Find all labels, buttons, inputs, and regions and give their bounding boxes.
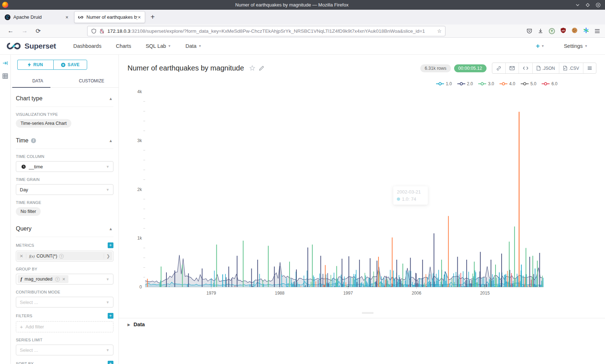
svg-text:1979: 1979 [206,291,216,296]
chevron-up-icon: ▲ [109,227,113,231]
tab-apache-druid[interactable]: Apache Druid × [1,11,72,23]
groupby-chip-mag-rounded[interactable]: f mag_rounded ? ✕ [18,275,68,283]
svg-text:4k: 4k [137,89,142,94]
section-time[interactable]: Time i ▲ [16,130,113,149]
legend-item-1.0[interactable]: 1.0 [436,81,452,86]
series-limit-select[interactable]: Select ... ▼ [16,345,113,355]
viz-type-pill[interactable]: Time-series Area Chart [16,119,71,128]
tab-customize[interactable]: CUSTOMIZE [65,75,119,87]
favorite-star-icon[interactable] [249,65,255,71]
expand-metric-icon[interactable]: ❯ [104,254,112,259]
link-icon [496,66,501,71]
add-sort-by-button[interactable]: + [108,361,113,364]
legend-marker-icon [457,82,465,86]
series-dot-icon [397,197,400,201]
legend-item-4.0[interactable]: 4.0 [499,81,515,86]
chevron-down-icon: ▼ [541,44,544,48]
colorful-extension-icon[interactable] [583,27,589,35]
lock-broken-icon[interactable] [99,28,104,34]
export-toolbar: .JSON .CSV [492,63,596,74]
legend-item-3.0[interactable]: 3.0 [478,81,494,86]
nav-item-charts[interactable]: Charts [116,43,131,49]
time-grain-select[interactable]: Day ▼ [16,184,113,195]
clock-icon [21,164,26,169]
section-query[interactable]: Query ▲ [16,218,113,237]
groupby-select[interactable]: f mag_rounded ? ✕ ▼ [16,274,113,285]
function-icon: f [21,276,22,282]
left-icon-rail [0,55,11,364]
contribution-mode-select[interactable]: Select ... ▼ [16,297,113,308]
help-icon: ? [59,254,64,259]
reload-button[interactable]: ⟳ [32,27,45,35]
filters-label: FILTERS + [16,313,113,319]
section-chart-type[interactable]: Chart type ▲ [16,88,113,107]
chart-legend: 1.02.03.04.05.06.0 [436,81,557,86]
tab-data[interactable]: DATA [11,75,65,87]
downloads-icon[interactable] [538,28,543,34]
pocket-icon[interactable] [526,28,532,34]
embed-code-button[interactable] [519,63,532,73]
tab-earthquakes-active[interactable]: Numer of earthquakes by m × [74,11,145,23]
forward-button[interactable]: → [18,27,32,35]
add-metric-button[interactable]: + [108,242,113,248]
time-range-pill[interactable]: No filter [16,207,41,216]
back-button[interactable]: ← [4,27,18,35]
add-filter-dropzone[interactable]: + Add filter [16,321,113,332]
window-maximize-icon[interactable] [586,3,590,7]
url-bar[interactable]: 172.18.0.3 :32108/superset/explore/?form… [87,26,445,36]
ublock-icon[interactable]: uO [560,27,566,35]
new-item-button[interactable]: +▼ [536,42,544,50]
superset-favicon-icon [78,14,84,20]
menu-icon[interactable] [595,29,600,33]
new-tab-button[interactable]: + [147,13,158,21]
window-close-icon[interactable] [596,3,601,8]
legend-marker-icon [478,82,486,86]
timeseries-area-chart[interactable]: 01k2k3k4k19791988199720062015 [122,89,565,299]
time-column-select[interactable]: __time ▼ [16,161,113,172]
privacy-extension-icon[interactable]: Y [549,28,555,34]
fx-icon: f(x) [29,254,35,258]
data-panel-toggle[interactable]: ▶ Data [127,322,596,327]
plus-circle-icon [61,63,66,67]
export-csv-button[interactable]: .CSV [559,63,583,73]
window-titlebar: Numer of earthquakes by magnitude — Mozi… [0,0,605,10]
legend-item-6.0[interactable]: 6.0 [542,81,557,86]
chevron-down-icon: ▼ [168,44,171,48]
copy-link-button[interactable] [492,63,505,73]
nav-item-dashboards[interactable]: Dashboards [73,43,101,49]
tab-close-icon[interactable]: × [65,14,69,20]
tab-close-icon[interactable]: × [137,14,142,20]
svg-text:1988: 1988 [275,291,284,296]
run-button[interactable]: RUN [17,60,53,70]
legend-item-2.0[interactable]: 2.0 [457,81,473,86]
metric-chip-count[interactable]: ✕ f(x) COUNT(*) ? ❯ [17,252,112,260]
expand-dataset-panel-icon[interactable] [3,60,8,67]
nav-item-data[interactable]: Data▼ [185,43,202,49]
svg-text:0: 0 [139,285,142,290]
series-limit-label: SERIES LIMIT [16,338,113,342]
email-button[interactable] [505,63,519,73]
settings-menu[interactable]: Settings▼ [564,43,588,49]
shield-icon[interactable] [91,28,97,34]
nav-item-sql-lab[interactable]: SQL Lab▼ [145,43,171,49]
panel-resize-handle[interactable] [362,311,373,314]
legend-item-5.0[interactable]: 5.0 [521,81,537,86]
superset-logo[interactable]: Superset [6,42,56,50]
add-filter-plus-button[interactable]: + [108,313,113,319]
svg-text:2006: 2006 [412,291,421,296]
chevron-down-icon: ▼ [198,44,202,48]
chart-menu-button[interactable] [583,63,596,73]
window-minimize-icon[interactable] [575,3,580,7]
superset-navbar: Superset Dashboards Charts SQL Lab▼ Data… [0,38,605,55]
remove-chip-icon[interactable]: ✕ [62,277,66,282]
svg-text:2015: 2015 [480,291,490,296]
export-json-button[interactable]: .JSON [532,63,559,73]
cookie-extension-icon[interactable] [572,27,578,35]
edit-title-icon[interactable] [259,65,264,71]
bookmark-star-icon[interactable]: ☆ [437,28,442,34]
dataset-grid-icon[interactable] [3,73,8,80]
save-button[interactable]: SAVE [53,60,87,70]
url-host: 172.18.0.3 [107,28,130,34]
legend-marker-icon [521,82,529,86]
remove-metric-icon[interactable]: ✕ [17,254,26,259]
